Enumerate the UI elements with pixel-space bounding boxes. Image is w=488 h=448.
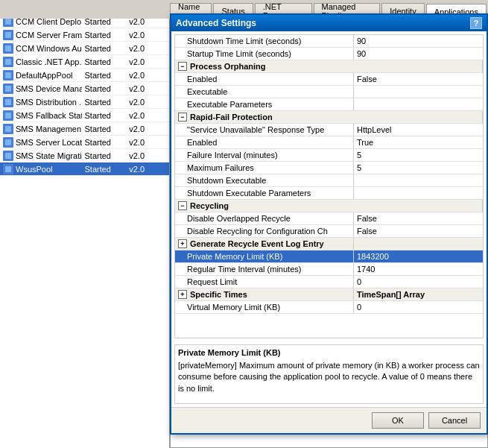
- list-item[interactable]: WsusPoolStartedv2.0: [0, 163, 169, 176]
- property-value[interactable]: [354, 86, 483, 98]
- property-name: Disable Recycling for Configuration Ch: [175, 225, 354, 237]
- grid-row[interactable]: Startup Time Limit (seconds)90: [175, 48, 483, 60]
- list-item[interactable]: SMS Distribution ...Startedv2.0: [0, 95, 169, 109]
- grid-row[interactable]: Failure Interval (minutes)5: [175, 149, 483, 162]
- description-title: Private Memory Limit (KB): [178, 348, 480, 357]
- app-status-cell: Started: [82, 30, 127, 40]
- property-value[interactable]: [354, 98, 483, 110]
- section-collapse-icon[interactable]: −: [178, 62, 187, 71]
- grid-row[interactable]: Virtual Memory Limit (KB)0: [175, 301, 483, 314]
- property-edit-input[interactable]: [357, 252, 480, 261]
- app-net-cell: v2.0: [126, 83, 169, 94]
- property-name: Disable Overlapped Recycle: [175, 212, 354, 224]
- property-name: Executable Parameters: [175, 98, 354, 110]
- property-name: Shutdown Time Limit (seconds): [175, 35, 354, 47]
- dialog-footer: OK Cancel: [171, 407, 487, 433]
- app-pool-list-panel: Name ▲ Status .NET Frame... CCM Client D…: [0, 0, 170, 448]
- grid-row[interactable]: "Service Unavailable" Response TypeHttpL…: [175, 124, 483, 136]
- list-item[interactable]: CCM Server Fram...Startedv2.0: [0, 28, 169, 42]
- property-value[interactable]: 1740: [354, 263, 483, 275]
- app-pool-list[interactable]: CCM Client Deplo...Startedv2.0CCM Server…: [0, 15, 169, 448]
- grid-row[interactable]: Shutdown Time Limit (seconds)90: [175, 35, 483, 48]
- grid-row[interactable]: Executable: [175, 86, 483, 98]
- app-net-cell: v2.0: [126, 70, 169, 81]
- app-status-cell: Started: [82, 43, 127, 54]
- list-item[interactable]: DefaultAppPoolStartedv2.0: [0, 69, 169, 82]
- grid-row[interactable]: Private Memory Limit (KB): [175, 250, 483, 263]
- app-net-cell: v2.0: [126, 57, 169, 67]
- section-collapse-icon[interactable]: −: [178, 113, 187, 122]
- property-name: Maximum Failures: [175, 162, 354, 174]
- property-value[interactable]: 5: [354, 149, 483, 161]
- section-expand-icon[interactable]: +: [178, 290, 187, 299]
- section-expand-icon[interactable]: +: [178, 239, 187, 248]
- grid-row[interactable]: EnabledTrue: [175, 136, 483, 149]
- property-value[interactable]: False: [354, 225, 483, 237]
- property-value[interactable]: 0: [354, 301, 483, 313]
- list-item[interactable]: SMS Device Mana...Startedv2.0: [0, 82, 169, 95]
- app-pool-icon: [3, 83, 13, 94]
- section-label: Recycling: [190, 201, 229, 210]
- grid-row[interactable]: Disable Overlapped RecycleFalse: [175, 212, 483, 225]
- grid-row[interactable]: Maximum Failures5: [175, 162, 483, 174]
- property-value[interactable]: [354, 250, 483, 262]
- section-label: Rapid-Fail Protection: [190, 113, 273, 122]
- advanced-settings-dialog: Advanced Settings ? Shutdown Time Limit …: [170, 13, 488, 435]
- property-value[interactable]: False: [354, 212, 483, 224]
- grid-row[interactable]: Regular Time Interval (minutes)1740: [175, 263, 483, 276]
- list-item[interactable]: SMS Fallback Stat...Startedv2.0: [0, 109, 169, 122]
- grid-row[interactable]: Disable Recycling for Configuration ChFa…: [175, 225, 483, 238]
- grid-row[interactable]: Executable Parameters: [175, 98, 483, 111]
- list-item[interactable]: CCM Windows Au...Startedv2.0: [0, 42, 169, 55]
- app-pool-icon: [3, 30, 13, 40]
- dialog-titlebar: Advanced Settings ?: [171, 15, 487, 31]
- property-name: "Service Unavailable" Response Type: [175, 124, 354, 136]
- property-value[interactable]: [354, 174, 483, 186]
- app-net-cell: v2.0: [126, 124, 169, 134]
- list-item[interactable]: SMS Managemen...Startedv2.0: [0, 122, 169, 136]
- cancel-button[interactable]: Cancel: [428, 412, 481, 429]
- app-pool-icon: [3, 137, 13, 148]
- property-name: Enabled: [175, 136, 354, 148]
- app-status-cell: Started: [82, 151, 127, 161]
- property-name: Enabled: [175, 73, 354, 85]
- app-pool-icon: [3, 124, 13, 134]
- property-value[interactable]: 0: [354, 276, 483, 288]
- grid-row[interactable]: Shutdown Executable: [175, 174, 483, 187]
- dialog-help-button[interactable]: ?: [470, 17, 482, 29]
- property-name: Startup Time Limit (seconds): [175, 48, 354, 60]
- property-value[interactable]: [354, 187, 483, 199]
- app-status-cell: Started: [82, 97, 127, 107]
- section-label: Generate Recycle Event Log Entry: [190, 239, 324, 248]
- description-text: [privateMemory] Maximum amount of privat…: [178, 360, 480, 394]
- section-value: TimeSpan[] Array: [354, 288, 483, 300]
- property-value[interactable]: 90: [354, 48, 483, 60]
- ok-button[interactable]: OK: [372, 412, 424, 429]
- app-name-cell: SMS Distribution ...: [0, 96, 82, 108]
- app-net-cell: v2.0: [126, 164, 169, 174]
- app-name-cell: SMS Managemen...: [0, 123, 82, 135]
- app-name-cell: DefaultAppPool: [0, 69, 82, 81]
- section-collapse-icon[interactable]: −: [178, 201, 187, 210]
- property-value[interactable]: HttpLevel: [354, 124, 483, 136]
- list-item[interactable]: SMS Server Locati...Startedv2.0: [0, 136, 169, 149]
- grid-row[interactable]: Shutdown Executable Parameters: [175, 187, 483, 200]
- property-name: Request Limit: [175, 276, 354, 288]
- app-status-cell: Started: [82, 137, 127, 148]
- property-value[interactable]: 5: [354, 162, 483, 174]
- list-item[interactable]: SMS State Migrati...Startedv2.0: [0, 149, 169, 163]
- app-pool-icon: [3, 57, 13, 67]
- property-value[interactable]: True: [354, 136, 483, 148]
- list-item[interactable]: Classic .NET App...Startedv2.0: [0, 55, 169, 69]
- grid-row[interactable]: EnabledFalse: [175, 73, 483, 86]
- settings-grid[interactable]: Shutdown Time Limit (seconds)90Startup T…: [174, 34, 484, 338]
- property-value[interactable]: 90: [354, 35, 483, 47]
- property-value[interactable]: False: [354, 73, 483, 85]
- app-status-cell: Started: [82, 57, 127, 67]
- app-name-cell: CCM Windows Au...: [0, 42, 82, 54]
- app-name-cell: SMS Fallback Stat...: [0, 110, 82, 122]
- app-name-cell: SMS State Migrati...: [0, 150, 82, 162]
- grid-row[interactable]: Request Limit0: [175, 276, 483, 288]
- app-name-cell: WsusPool: [0, 163, 82, 175]
- property-name: Private Memory Limit (KB): [175, 250, 354, 262]
